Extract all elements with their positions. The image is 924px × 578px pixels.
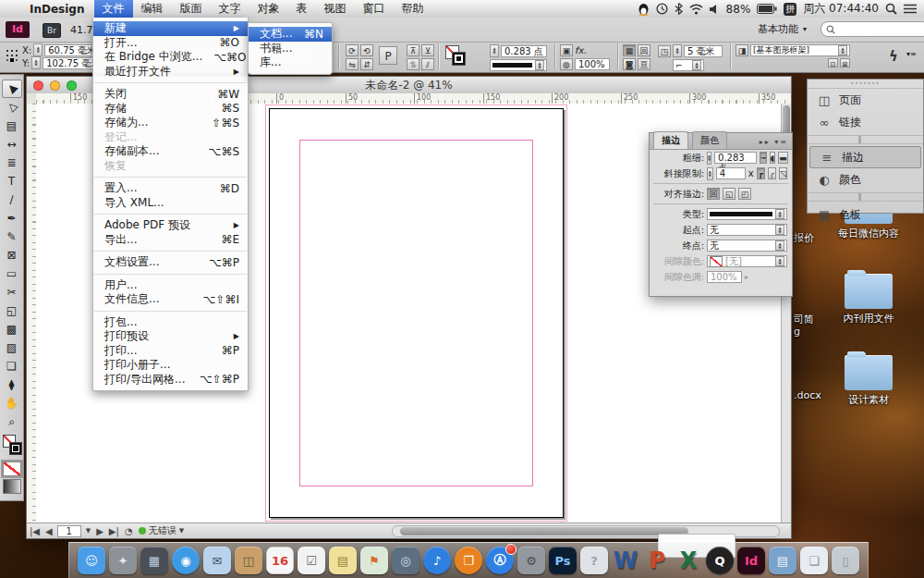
- wifi-icon[interactable]: [689, 4, 703, 15]
- unknown-app[interactable]: ?: [580, 547, 608, 574]
- direct-selection-tool[interactable]: ▷: [2, 98, 22, 117]
- miter-join-button[interactable]: ┏: [757, 167, 765, 179]
- panel-pages[interactable]: ◫ 页面: [808, 89, 923, 111]
- system-preferences[interactable]: ⚙: [517, 547, 545, 574]
- powerpoint[interactable]: P: [643, 547, 671, 574]
- frame-tool[interactable]: ⊠: [2, 246, 22, 264]
- next-page-button[interactable]: ▶: [93, 526, 106, 536]
- previous-page-button[interactable]: ◀: [43, 526, 55, 536]
- app-store[interactable]: Ⓐ: [486, 547, 514, 574]
- tab-color[interactable]: 颜色: [692, 131, 727, 149]
- battery-icon[interactable]: [757, 4, 777, 14]
- menu-item[interactable]: 文字: [211, 0, 249, 18]
- file-menu-item[interactable]: 恢复 ▶: [93, 159, 248, 174]
- quick-apply-icon[interactable]: ϟ: [889, 48, 898, 65]
- corner-stepper[interactable]: [673, 44, 682, 57]
- horizontal-scroll-thumb[interactable]: [400, 527, 688, 535]
- line-tool[interactable]: ∕: [2, 191, 22, 209]
- qq[interactable]: Q: [706, 547, 734, 574]
- bridge-button[interactable]: Br: [43, 23, 61, 38]
- hand-tool[interactable]: ✋: [2, 394, 22, 412]
- stroke-weight-field[interactable]: 0.283 点: [501, 45, 547, 57]
- first-page-button[interactable]: |◀: [27, 526, 43, 536]
- weight-stepper[interactable]: [707, 152, 711, 165]
- maps[interactable]: ⚑: [360, 547, 388, 574]
- projecting-cap-button[interactable]: ▬: [778, 152, 788, 164]
- desktop-file-label[interactable]: g: [794, 326, 800, 338]
- file-menu-item[interactable]: 存储 ⌘S ▶: [93, 102, 248, 117]
- rotate-ccw-button[interactable]: ⟲: [360, 44, 373, 56]
- free-transform-tool[interactable]: ◱: [2, 301, 22, 320]
- file-menu-item[interactable]: ▶: [94, 274, 247, 275]
- desktop-folder[interactable]: 内刊用文件: [829, 268, 908, 326]
- pencil-tool[interactable]: ✎: [2, 228, 22, 246]
- panel-dock-grip[interactable]: •••••••: [808, 80, 923, 89]
- end-dropdown[interactable]: 无: [707, 240, 787, 252]
- x-stepper[interactable]: [33, 43, 43, 56]
- page-tool[interactable]: ▤: [2, 117, 22, 135]
- no-wrap-button[interactable]: ▦: [623, 44, 636, 56]
- menu-item[interactable]: 对象: [249, 0, 288, 18]
- bevel-join-button[interactable]: ◹: [779, 167, 787, 179]
- mail[interactable]: ✉: [203, 547, 231, 574]
- notification-center-icon[interactable]: [904, 4, 917, 14]
- flip-icon[interactable]: ⥮: [407, 58, 419, 70]
- file-menu-item[interactable]: 打印... ⌘P ▶: [93, 344, 248, 359]
- submenu-item[interactable]: 书籍...: [249, 42, 332, 56]
- stroke-swatch[interactable]: [9, 442, 22, 455]
- gradient-feather-tool[interactable]: ▨: [2, 338, 22, 357]
- miter-field[interactable]: 4: [716, 167, 746, 179]
- zoom-level-control[interactable]: 41.7: [70, 24, 93, 36]
- last-page-button[interactable]: ▶|: [106, 526, 122, 536]
- opacity-field[interactable]: 100%: [575, 58, 610, 70]
- corner-size-field[interactable]: 5 毫米: [684, 45, 723, 57]
- align-center-button[interactable]: 回: [707, 188, 720, 200]
- menu-item[interactable]: 版面: [172, 0, 211, 18]
- pen-tool[interactable]: ✒: [2, 209, 22, 228]
- contacts[interactable]: ◫: [235, 547, 262, 574]
- desktop-folder[interactable]: 设计素材: [829, 350, 908, 407]
- folder-stack[interactable]: ▤: [769, 547, 796, 574]
- object-style-icon[interactable]: ◨: [736, 44, 748, 56]
- miter-stepper[interactable]: [707, 167, 713, 180]
- panel-links[interactable]: ∞ 链接: [808, 111, 923, 133]
- align-outside-button[interactable]: ◰: [738, 188, 751, 200]
- calendar[interactable]: 16: [266, 547, 294, 574]
- submenu-item[interactable]: 文档... ⌘N: [249, 27, 332, 42]
- file-menu-item[interactable]: 最近打开文件 ▶: [93, 65, 248, 80]
- mission-control[interactable]: ▦: [140, 547, 168, 574]
- file-menu-item[interactable]: 文件信息... ⌥⇧⌘I ▶: [93, 292, 248, 307]
- file-menu-item[interactable]: 打包... ▶: [93, 315, 248, 330]
- file-menu-item[interactable]: 登记... ▶: [93, 130, 248, 145]
- opacity-icon[interactable]: ◍: [560, 58, 573, 70]
- file-menu-item[interactable]: 关闭 ⌘W ▶: [93, 87, 248, 102]
- file-menu-item[interactable]: Adobe PDF 预设 ▶: [93, 218, 248, 233]
- rotate-90-cw-button[interactable]: ⊼: [407, 44, 419, 56]
- menu-item[interactable]: 编辑: [133, 0, 172, 18]
- content-collector-tool[interactable]: ≣: [2, 154, 22, 172]
- submenu-item[interactable]: 库...: [249, 55, 332, 70]
- file-menu-item[interactable]: 导入 XML... ▶: [93, 196, 248, 211]
- menu-item[interactable]: 视图: [316, 0, 355, 18]
- documents[interactable]: ❏: [800, 547, 828, 574]
- effects-menu[interactable]: fx.: [575, 45, 587, 55]
- apply-none-button[interactable]: [3, 461, 21, 476]
- document-page[interactable]: [269, 108, 564, 518]
- selection-tool[interactable]: ▶: [2, 80, 22, 98]
- desktop-file-label[interactable]: 司简: [794, 313, 814, 326]
- preflight-menu-arrow-icon[interactable]: ▼: [176, 527, 187, 535]
- start-dropdown[interactable]: 无: [707, 224, 787, 236]
- file-menu-item[interactable]: 文档设置... ⌥⌘P ▶: [93, 255, 248, 270]
- weight-field[interactable]: 0.283 点: [714, 152, 757, 164]
- rotate-cw-button[interactable]: ⟳: [346, 44, 359, 56]
- eyedropper-tool[interactable]: ⧫: [2, 375, 22, 394]
- launchpad[interactable]: ✦: [109, 547, 137, 574]
- butt-cap-button[interactable]: ╼: [760, 152, 766, 164]
- rotate-90-ccw-button[interactable]: ⊻: [421, 44, 434, 56]
- tab-stroke[interactable]: 描边: [653, 131, 688, 149]
- apply-gradient-button[interactable]: [3, 479, 21, 494]
- panel-menu-icon[interactable]: ▾≡: [906, 50, 917, 58]
- corner-shape-dropdown[interactable]: ⌐: [673, 59, 704, 71]
- menu-item[interactable]: 窗口: [355, 0, 394, 18]
- panel-swatches[interactable]: ▦ 色板: [808, 203, 923, 226]
